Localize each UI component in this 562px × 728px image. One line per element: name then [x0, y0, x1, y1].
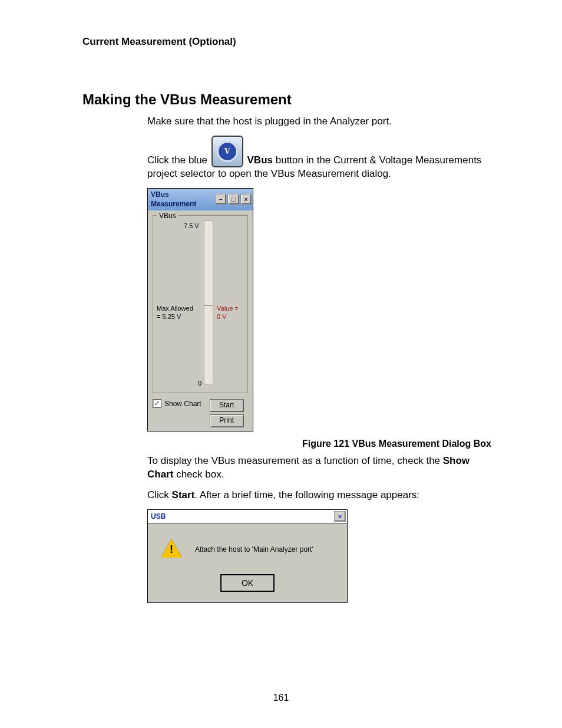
para4-start-word: Start [172, 489, 195, 500]
para1: Make sure that the host is plugged in th… [147, 115, 491, 129]
section-header: Current Measurement (Optional) [82, 35, 491, 49]
vbus-icon: V [211, 136, 243, 167]
axis-top-label: 7.5 V [184, 222, 199, 230]
axis-bottom-label: 0 [198, 379, 201, 388]
heading-making-vbus: Making the VBus Measurement [82, 90, 491, 109]
warning-icon: ! [161, 539, 182, 560]
usb-message-dialog: USB × ! Attach the host to 'Main Analyze… [147, 509, 348, 603]
figure-caption: Figure 121 VBus Measurement Dialog Box [82, 437, 491, 450]
show-chart-label: Show Chart [164, 399, 201, 409]
vbus-measurement-dialog: VBus Measurement – □ × VBus 7.5 V 0 Max … [147, 188, 253, 431]
vbus-groupbox: VBus 7.5 V 0 Max Allowed = 5.25 V Value … [153, 215, 248, 393]
para4-leading: Click [147, 489, 172, 500]
paragraph-intro: Make sure that the host is plugged in th… [147, 115, 491, 129]
para2-leading: Click the blue [147, 154, 210, 166]
value-label: Value = 0 V [217, 304, 239, 322]
print-button[interactable]: Print [210, 414, 244, 427]
vbus-title-text: VBus Measurement [151, 190, 214, 209]
page-number: 161 [0, 691, 562, 704]
vbus-gauge [204, 220, 213, 384]
paragraph-show-chart: To display the VBus measurement as a fun… [147, 454, 491, 482]
usb-close-icon[interactable]: × [334, 511, 346, 522]
checkbox-icon: ✓ [153, 399, 161, 408]
start-button[interactable]: Start [210, 399, 244, 412]
max-allowed-label: Max Allowed = 5.25 V [157, 304, 193, 322]
paragraph-click-start: Click Start. After a brief time, the fol… [147, 489, 491, 502]
para3-leading: To display the VBus measurement as a fun… [147, 455, 443, 466]
usb-titlebar: USB × [148, 510, 347, 523]
vbus-icon-glyph: V [217, 141, 238, 162]
ok-button[interactable]: OK [220, 574, 275, 592]
paragraph-click-vbus: Click the blue V VBus button in the Curr… [147, 136, 491, 181]
close-icon[interactable]: × [240, 194, 252, 205]
minimize-icon[interactable]: – [215, 194, 226, 205]
show-chart-checkbox[interactable]: ✓ Show Chart [153, 399, 201, 409]
usb-message-text: Attach the host to 'Main Analyzer port' [195, 545, 313, 554]
para2-vbus-word: VBus [247, 154, 273, 166]
usb-title-text: USB [151, 512, 166, 521]
para3-trailing: check box. [173, 469, 224, 480]
maximize-icon[interactable]: □ [227, 194, 239, 205]
groupbox-legend: VBus [157, 211, 178, 220]
vbus-titlebar: VBus Measurement – □ × [148, 189, 253, 210]
para4-trailing: . After a brief time, the following mess… [194, 489, 419, 500]
